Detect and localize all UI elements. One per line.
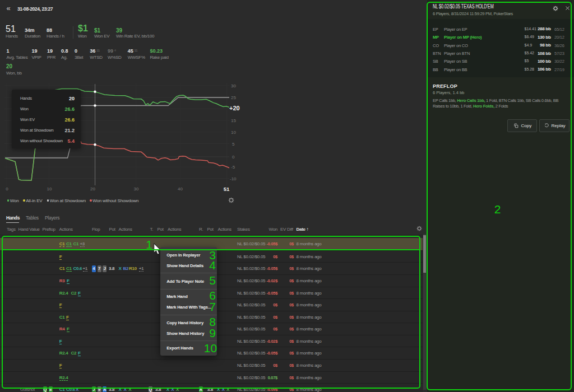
svg-text:30: 30 [231,83,236,88]
svg-text:10: 10 [231,130,236,135]
svg-text:30: 30 [134,186,139,192]
svg-text:0: 0 [6,186,8,192]
svg-text:25: 25 [231,95,236,100]
svg-text:40: 40 [178,186,183,192]
svg-text:10: 10 [47,186,52,192]
svg-text:20: 20 [90,186,95,192]
svg-text:-5: -5 [231,165,235,170]
svg-text:-10: -10 [230,176,237,181]
svg-text:0: 0 [232,155,235,160]
svg-text:15: 15 [231,118,236,123]
svg-text:51: 51 [224,186,230,192]
svg-text:5: 5 [232,142,235,147]
svg-text:+20: +20 [229,105,240,111]
